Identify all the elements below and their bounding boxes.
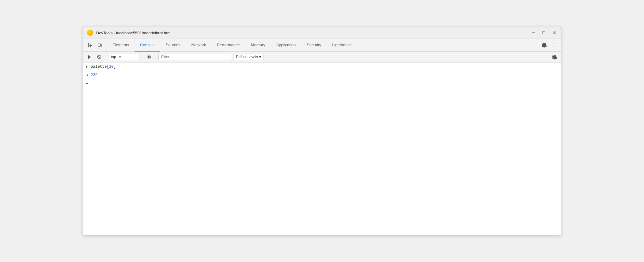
svg-rect-1 — [101, 45, 102, 46]
svg-marker-5 — [88, 55, 91, 59]
window-title: DevTools - localhost:5501/mandelbrot.htm… — [96, 31, 531, 35]
context-selector-value: top — [111, 55, 116, 59]
device-emulation-button[interactable] — [96, 41, 104, 49]
entry-2-arrow[interactable]: ◀ — [83, 72, 91, 77]
live-expressions-button[interactable] — [145, 53, 153, 61]
entry-1-arrow[interactable]: ▶ — [83, 64, 91, 69]
log-levels-selector[interactable]: Default levels ▾ — [233, 54, 264, 60]
console-entry-1: ▶ palette[10].r — [83, 63, 561, 71]
title-bar: DevTools - localhost:5501/mandelbrot.htm… — [83, 27, 561, 39]
input-arrow: ▶ — [83, 80, 91, 85]
svg-rect-0 — [98, 44, 100, 46]
minimize-button[interactable]: − — [531, 30, 536, 36]
context-selector-arrow: ▼ — [119, 55, 122, 59]
tab-network[interactable]: Network — [186, 39, 212, 51]
clear-console-button[interactable] — [95, 53, 104, 61]
devtools-icon-group — [83, 39, 107, 51]
tab-sources[interactable]: Sources — [160, 39, 186, 51]
maximize-button[interactable]: □ — [541, 30, 547, 36]
run-console-button[interactable] — [85, 53, 94, 61]
console-output[interactable]: ▶ palette[10].r ◀ 239 ▶ — [83, 63, 561, 235]
tab-performance[interactable]: Performance — [211, 39, 245, 51]
log-levels-arrow: ▾ — [259, 55, 261, 59]
entry-1-index: 10 — [109, 65, 114, 69]
window-controls: − □ ✕ — [531, 30, 557, 36]
console-entry-2: ◀ 239 — [83, 71, 561, 79]
filter-input[interactable] — [158, 54, 232, 60]
more-options-button[interactable] — [550, 41, 558, 49]
app-icon — [87, 30, 93, 36]
svg-point-4 — [554, 46, 554, 47]
console-toolbar-end — [550, 53, 559, 61]
tabs-container: Elements Console Sources Network Perform… — [107, 39, 537, 51]
settings-icon-button[interactable] — [540, 41, 548, 49]
tab-security[interactable]: Security — [301, 39, 327, 51]
tab-bar: Elements Console Sources Network Perform… — [83, 39, 561, 52]
tab-application[interactable]: Application — [271, 39, 301, 51]
tab-memory[interactable]: Memory — [245, 39, 271, 51]
tab-lighthouse[interactable]: Lighthouse — [327, 39, 357, 51]
devtools-window: DevTools - localhost:5501/mandelbrot.htm… — [83, 27, 561, 235]
svg-point-2 — [554, 43, 554, 44]
log-levels-label: Default levels — [236, 55, 258, 59]
input-text — [91, 80, 558, 86]
toolbar-divider-2 — [142, 54, 142, 60]
text-cursor — [91, 81, 91, 85]
toolbar-divider-3 — [156, 54, 156, 60]
tab-elements[interactable]: Elements — [107, 39, 134, 51]
cursor-icon-button[interactable] — [86, 41, 94, 49]
console-toolbar: top ▼ Default levels ▾ — [83, 52, 561, 63]
tab-bar-end — [537, 39, 561, 51]
svg-point-3 — [554, 45, 554, 45]
tab-console[interactable]: Console — [134, 39, 160, 51]
entry-2-text: 239 — [91, 72, 558, 78]
console-settings-button[interactable] — [550, 53, 559, 61]
console-toolbar-left: top ▼ Default levels ▾ — [85, 53, 264, 61]
context-selector[interactable]: top ▼ — [109, 54, 139, 60]
svg-line-7 — [98, 56, 100, 58]
entry-1-text: palette[10].r — [91, 64, 558, 70]
toolbar-divider-1 — [106, 54, 106, 60]
close-button[interactable]: ✕ — [551, 30, 557, 36]
console-input-line[interactable]: ▶ — [83, 79, 561, 87]
svg-point-9 — [148, 56, 150, 58]
